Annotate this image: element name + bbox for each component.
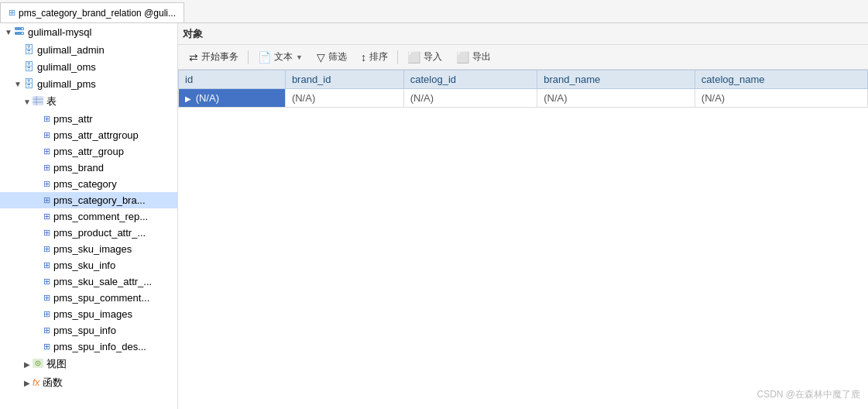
table-header: id brand_id catelog_id brand_name catelo… <box>179 70 868 89</box>
func-folder-icon: fx <box>33 377 39 388</box>
database-icon: 🗄 <box>23 43 34 56</box>
sidebar-item-pms-sku-info[interactable]: ⊞ pms_sku_info <box>0 257 177 273</box>
filter-label: 筛选 <box>328 50 347 64</box>
sidebar-item-gulimall-admin[interactable]: 🗄 gulimall_admin <box>0 41 177 58</box>
table-icon: ⊞ <box>43 163 50 173</box>
sidebar-label-pms-spu-comment: pms_spu_comment... <box>53 292 149 304</box>
sort-label: 排序 <box>369 50 388 64</box>
sidebar-label-pms-spu-images: pms_spu_images <box>53 308 132 320</box>
sidebar-item-pms-spu-comment[interactable]: ⊞ pms_spu_comment... <box>0 290 177 306</box>
sidebar-label-pms-brand: pms_brand <box>53 162 104 174</box>
filter-icon: ▽ <box>317 51 325 64</box>
sidebar-label-pms-attr-group: pms_attr_group <box>53 146 124 157</box>
table-icon: ⊞ <box>43 146 50 156</box>
sidebar-item-pms-spu-images[interactable]: ⊞ pms_spu_images <box>0 306 177 322</box>
sidebar-label-gulimall-mysql: gulimall-mysql <box>28 26 91 38</box>
obj-bar-label: 对象 <box>183 27 203 41</box>
toggle-icon: ▶ <box>22 360 33 369</box>
table-icon: ⊞ <box>43 260 50 270</box>
sidebar-item-pms-category-bra[interactable]: ⊞ pms_category_bra... <box>0 192 177 208</box>
row-arrow-icon: ▶ <box>185 95 191 103</box>
sidebar-label-pms-comment-rep: pms_comment_rep... <box>53 211 148 222</box>
toggle-icon: ▶ <box>22 379 33 387</box>
col-id[interactable]: id <box>179 70 286 89</box>
begin-transaction-button[interactable]: ⇄ 开始事务 <box>183 48 245 66</box>
table-icon: ⊞ <box>43 228 50 238</box>
database-icon: 🗄 <box>23 77 34 90</box>
table-row[interactable]: ▶ (N/A) (N/A) (N/A) (N/A) (N/A) <box>179 89 868 108</box>
sidebar-item-pms-attr-group[interactable]: ⊞ pms_attr_group <box>0 143 177 160</box>
table-icon: ⊞ <box>43 244 50 254</box>
sidebar-item-pms-comment-rep[interactable]: ⊞ pms_comment_rep... <box>0 208 177 225</box>
sidebar-label-pms-attr: pms_attr <box>53 113 93 125</box>
svg-point-3 <box>22 33 23 34</box>
sidebar-item-pms-brand[interactable]: ⊞ pms_brand <box>0 160 177 176</box>
table-icon: ⊞ <box>43 114 50 124</box>
filter-button[interactable]: ▽ 筛选 <box>310 48 353 66</box>
svg-point-10 <box>37 363 39 364</box>
sidebar-item-pms-category[interactable]: ⊞ pms_category <box>0 176 177 192</box>
col-catelog-id[interactable]: catelog_id <box>403 70 537 89</box>
sidebar-label-pms-spu-info: pms_spu_info <box>53 325 116 336</box>
sidebar-item-pms-product-attr[interactable]: ⊞ pms_product_attr_... <box>0 225 177 241</box>
separator <box>248 50 249 64</box>
sidebar: ▼ gulimall-mysql 🗄 gulimall_admin 🗄 guli… <box>0 23 178 409</box>
sidebar-item-pms-sku-images[interactable]: ⊞ pms_sku_images <box>0 241 177 257</box>
table-icon: ⊞ <box>43 277 50 287</box>
text-label: 文本 <box>274 50 293 64</box>
cell-brand-id: (N/A) <box>285 89 403 108</box>
sidebar-label-functions: 函数 <box>43 376 63 390</box>
table-icon: ⊞ <box>43 293 50 303</box>
col-brand-id[interactable]: brand_id <box>285 70 403 89</box>
table-icon: ⊞ <box>43 325 50 335</box>
export-label: 导出 <box>472 50 491 64</box>
obj-bar: 对象 <box>178 23 868 45</box>
cell-brand-name: (N/A) <box>537 89 695 108</box>
sidebar-item-gulimall-mysql[interactable]: ▼ gulimall-mysql <box>0 23 177 41</box>
sidebar-item-views-folder[interactable]: ▶ 视图 <box>0 355 177 373</box>
import-label: 导入 <box>424 50 442 64</box>
toggle-expand-icon: ▼ <box>12 80 23 88</box>
sort-icon: ↕ <box>361 51 366 64</box>
sidebar-item-pms-spu-info[interactable]: ⊞ pms_spu_info <box>0 322 177 339</box>
sidebar-item-functions-folder[interactable]: ▶ fx 函数 <box>0 373 177 392</box>
text-icon: 📄 <box>258 51 271 64</box>
tab-pms-category-brand[interactable]: ⊞ pms_category_brand_relation @guli... <box>0 2 184 22</box>
sidebar-item-tables-folder[interactable]: ▼ 表 <box>0 92 177 111</box>
text-button[interactable]: 📄 文本 ▼ <box>252 48 309 66</box>
sidebar-label-pms-product-attr: pms_product_attr_... <box>53 227 146 239</box>
cell-id[interactable]: ▶ (N/A) <box>179 89 286 108</box>
sidebar-label-pms-sku-images: pms_sku_images <box>53 243 132 255</box>
table-icon: ⊞ <box>43 211 50 222</box>
table-wrapper: id brand_id catelog_id brand_name catelo… <box>178 70 868 409</box>
tab-label: pms_category_brand_relation @guli... <box>19 8 176 19</box>
sidebar-item-pms-spu-info-des[interactable]: ⊞ pms_spu_info_des... <box>0 339 177 355</box>
main-layout: ▼ gulimall-mysql 🗄 gulimall_admin 🗄 guli… <box>0 23 868 409</box>
cell-catelog-name: (N/A) <box>695 89 867 108</box>
sidebar-label-pms-spu-info-des: pms_spu_info_des... <box>53 341 146 352</box>
table-icon: ⊞ <box>43 130 50 140</box>
svg-point-2 <box>22 28 23 29</box>
sidebar-label-pms-sku-sale-attr: pms_sku_sale_attr_... <box>53 276 152 287</box>
col-catelog-name[interactable]: catelog_name <box>695 70 867 89</box>
import-button[interactable]: ⬜ 导入 <box>401 48 448 66</box>
begin-transaction-label: 开始事务 <box>201 50 238 64</box>
cell-id-value: (N/A) <box>196 92 219 104</box>
table-icon: ⊞ <box>43 342 50 352</box>
begin-transaction-icon: ⇄ <box>189 51 198 64</box>
separator <box>397 50 398 64</box>
sidebar-item-gulimall-oms[interactable]: 🗄 gulimall_oms <box>0 58 177 75</box>
sidebar-label-pms-sku-info: pms_sku_info <box>53 259 115 271</box>
sort-button[interactable]: ↕ 排序 <box>355 48 394 66</box>
sidebar-item-pms-attr[interactable]: ⊞ pms_attr <box>0 111 177 127</box>
sidebar-label-pms-category: pms_category <box>53 178 117 190</box>
export-button[interactable]: ⬜ 导出 <box>450 48 497 66</box>
sidebar-item-pms-attr-attrgroup[interactable]: ⊞ pms_attr_attrgroup <box>0 127 177 143</box>
sidebar-item-pms-sku-sale-attr[interactable]: ⊞ pms_sku_sale_attr_... <box>0 273 177 290</box>
sidebar-item-gulimall-pms[interactable]: ▼ 🗄 gulimall_pms <box>0 75 177 92</box>
tab-table-icon: ⊞ <box>9 8 15 18</box>
table-icon: ⊞ <box>43 309 50 319</box>
export-icon: ⬜ <box>456 51 469 64</box>
col-brand-name[interactable]: brand_name <box>537 70 695 89</box>
toggle-expand-icon: ▼ <box>3 28 14 36</box>
